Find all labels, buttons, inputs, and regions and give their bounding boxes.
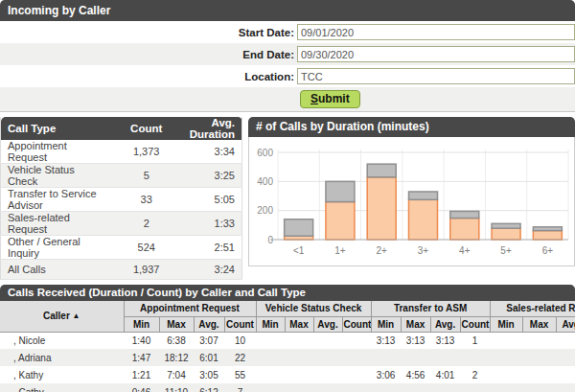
bar-segment-primary (409, 199, 438, 240)
chart-area: 0200400600<11+2+3+4+5+6+ (248, 137, 575, 266)
metric-value (342, 349, 371, 366)
metric-value: 3:06 (371, 366, 401, 383)
calls-received-title: Calls Received (Duration / Count) by Cal… (0, 285, 575, 301)
metric-value (556, 383, 575, 392)
metric-value: 1:40 (124, 332, 159, 349)
metric-header-avg: Avg. (313, 316, 342, 332)
submit-button[interactable]: Submit (300, 90, 360, 108)
caller-column-header[interactable]: Caller ▲ (0, 301, 124, 332)
caller-row: , Cathy0:4611:106:127 (0, 383, 575, 392)
metric-value: 18:12 (159, 349, 194, 366)
call-type-cell-count: 1,373 (113, 140, 180, 164)
call-type-cell-type: Sales-related Request (1, 212, 113, 236)
call-type-table: Call Type Count Avg. Duration Appointmen… (0, 117, 242, 280)
end-date-input[interactable] (297, 46, 575, 62)
end-date-row: End Date: (0, 43, 575, 65)
metric-value: 1:47 (124, 349, 159, 366)
metric-value (285, 366, 313, 383)
metric-header-avg: Avg. (430, 316, 460, 332)
metric-value: 1 (460, 332, 490, 349)
x-axis-label: 2+ (377, 245, 388, 256)
metric-value (285, 383, 313, 392)
count-header: Count (113, 117, 180, 140)
bar-segment-primary (326, 202, 355, 240)
y-axis-tick: 200 (257, 205, 273, 216)
x-axis-label: 6+ (542, 245, 554, 256)
metric-value: 6:12 (194, 383, 224, 392)
metric-value: 55 (224, 366, 256, 383)
metric-value (556, 332, 575, 349)
group-header-3: Transfer to ASM (371, 301, 490, 316)
call-type-cell-count: 33 (113, 188, 180, 212)
submit-label-rest: ubmit (318, 92, 350, 105)
call-type-cell-avg: 3:24 (180, 260, 242, 280)
x-axis-label: 3+ (418, 245, 429, 256)
call-type-header: Call Type (1, 117, 113, 140)
metric-header-min: Min (490, 316, 522, 332)
metric-value (313, 332, 342, 349)
call-type-cell-count: 1,937 (113, 260, 180, 280)
metric-value (342, 332, 371, 349)
bar-segment-secondary (367, 164, 396, 177)
metric-value: 10 (224, 332, 256, 349)
metric-value (371, 349, 401, 366)
bar-segment-primary (450, 219, 479, 240)
calls-table-body: , Nicole1:406:383:07103:133:133:131, Adr… (0, 332, 575, 392)
metric-value (522, 366, 556, 383)
location-input[interactable] (297, 68, 575, 84)
call-type-cell-count: 2 (113, 212, 180, 236)
metric-value: 22 (224, 349, 256, 366)
metric-value (490, 332, 522, 349)
metric-value: 0:46 (124, 383, 159, 392)
metric-header-avg: Avg. (194, 316, 224, 332)
metric-value (401, 383, 430, 392)
bar-segment-primary (492, 228, 520, 240)
call-type-cell-type: Vehicle Status Check (1, 164, 113, 188)
page-title: Incoming by Caller (0, 0, 575, 21)
caller-row: , Nicole1:406:383:07103:133:133:131 (0, 332, 575, 349)
bar-segment-secondary (326, 181, 355, 201)
middle-section: Call Type Count Avg. Duration Appointmen… (0, 117, 575, 280)
metric-value (556, 349, 575, 366)
metric-value: 3:13 (371, 332, 401, 349)
call-type-cell-avg: 3:25 (180, 164, 242, 188)
metric-value: 6:01 (194, 349, 224, 366)
duration-chart-panel: # of Calls by Duration (minutes) 0200400… (248, 117, 575, 280)
call-type-cell-count: 5 (113, 164, 180, 188)
metric-value: 3:13 (401, 332, 430, 349)
call-type-cell-type: All Calls (1, 260, 113, 280)
call-type-row: All Calls1,9373:24 (1, 260, 242, 280)
metric-value (490, 383, 522, 392)
call-type-row: Sales-related Request21:33 (1, 212, 242, 236)
calls-table: Caller ▲Appointment RequestVehicle Statu… (0, 301, 575, 392)
x-axis-label: 1+ (334, 245, 346, 256)
sort-ascending-icon: ▲ (73, 311, 80, 320)
start-date-input[interactable] (297, 24, 575, 40)
metric-value (313, 383, 342, 392)
metric-value (371, 383, 401, 392)
metric-value: 4:56 (401, 366, 430, 383)
start-date-label: Start Date: (0, 27, 297, 38)
chart-title: # of Calls by Duration (minutes) (248, 117, 575, 137)
avg-duration-header: Avg. Duration (180, 117, 242, 140)
submit-row: Submit (0, 87, 575, 112)
group-header-2: Vehicle Status Check (256, 301, 371, 316)
bar-segment-primary (533, 231, 562, 240)
bar-segment-secondary (285, 219, 313, 236)
calls-table-wrap: Caller ▲Appointment RequestVehicle Statu… (0, 301, 575, 392)
metric-header-min: Min (124, 316, 159, 332)
call-type-table-body: Appointment Request1,3733:34Vehicle Stat… (1, 140, 242, 280)
call-type-cell-type: Transfer to Service Advisor (1, 188, 113, 212)
location-label: Location: (0, 71, 297, 82)
caller-name: , Nicole (0, 332, 124, 349)
metric-header-max: Max (159, 316, 194, 332)
submit-label-first: S (310, 92, 318, 105)
x-axis-label: <1 (293, 245, 305, 256)
call-type-row: Transfer to Service Advisor335:05 (1, 188, 242, 212)
metric-value: 1:21 (124, 366, 159, 383)
x-axis-label: 4+ (459, 245, 471, 256)
metric-value (490, 366, 522, 383)
metric-value: 11:10 (159, 383, 194, 392)
metric-value (285, 332, 313, 349)
metric-value: 3:07 (194, 332, 224, 349)
